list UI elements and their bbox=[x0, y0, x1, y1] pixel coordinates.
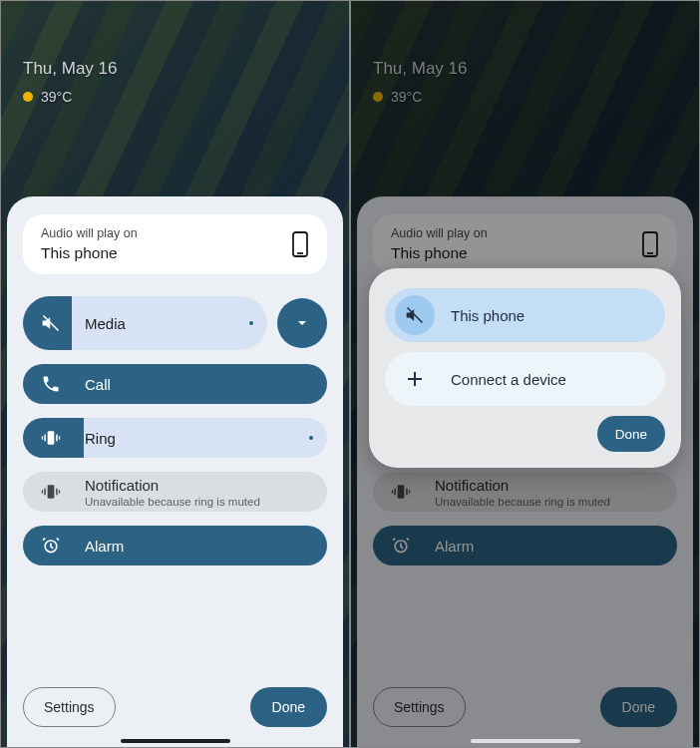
phone-icon bbox=[291, 231, 309, 257]
call-icon bbox=[31, 364, 71, 404]
call-label: Call bbox=[85, 376, 111, 393]
output-option-label: This phone bbox=[451, 307, 525, 324]
media-row: Media bbox=[23, 296, 327, 350]
vibrate-icon bbox=[31, 472, 71, 512]
done-button[interactable]: Done bbox=[250, 687, 327, 727]
settings-label: Settings bbox=[44, 699, 95, 715]
audio-output-dialog: This phone Connect a device Done bbox=[369, 268, 681, 468]
lockscreen-weather: 39°C bbox=[23, 89, 72, 105]
settings-button[interactable]: Settings bbox=[23, 687, 116, 727]
media-expand-button[interactable] bbox=[277, 298, 327, 348]
speaker-mute-icon bbox=[395, 295, 435, 335]
output-option-connect-device[interactable]: Connect a device bbox=[385, 352, 665, 406]
media-label: Media bbox=[85, 315, 126, 332]
notification-label: Notification bbox=[85, 477, 260, 494]
lockscreen-date: Thu, May 16 bbox=[23, 59, 118, 79]
done-label: Done bbox=[272, 699, 305, 715]
nav-home-indicator[interactable] bbox=[471, 739, 580, 743]
svg-rect-10 bbox=[42, 490, 43, 493]
vibrate-icon bbox=[31, 418, 71, 458]
alarm-slider[interactable]: Alarm bbox=[23, 526, 327, 565]
dialog-done-button[interactable]: Done bbox=[597, 416, 665, 452]
screenshot-right: Thu, May 16 39°C Audio will play on This… bbox=[350, 0, 700, 748]
plus-icon bbox=[395, 359, 435, 399]
notification-slider: Notification Unavailable because ring is… bbox=[23, 472, 327, 512]
output-option-label: Connect a device bbox=[451, 371, 566, 388]
dialog-done-label: Done bbox=[615, 427, 647, 442]
media-mute-icon bbox=[31, 303, 71, 343]
svg-rect-8 bbox=[48, 485, 55, 498]
alarm-label: Alarm bbox=[85, 538, 124, 555]
weather-temp: 39°C bbox=[41, 89, 72, 105]
screenshot-left: Thu, May 16 39°C Audio will play on This… bbox=[0, 0, 350, 748]
notification-sub: Unavailable because ring is muted bbox=[85, 496, 260, 508]
output-option-this-phone[interactable]: This phone bbox=[385, 288, 665, 342]
volume-list: Media Call bbox=[23, 296, 327, 565]
volume-sheet: Audio will play on This phone Media bbox=[7, 196, 343, 747]
weather-sun-icon bbox=[23, 92, 33, 102]
audio-output-value: This phone bbox=[41, 244, 138, 262]
media-slider[interactable]: Media bbox=[23, 296, 267, 350]
svg-rect-7 bbox=[59, 436, 60, 439]
svg-rect-4 bbox=[44, 435, 46, 442]
svg-rect-11 bbox=[56, 489, 57, 496]
ring-label: Ring bbox=[85, 430, 116, 447]
nav-home-indicator[interactable] bbox=[121, 739, 230, 743]
audio-output-card[interactable]: Audio will play on This phone bbox=[23, 214, 327, 274]
svg-rect-9 bbox=[44, 489, 46, 496]
audio-output-label: Audio will play on bbox=[41, 226, 138, 240]
svg-rect-6 bbox=[56, 435, 57, 442]
svg-rect-5 bbox=[42, 436, 43, 439]
ring-slider[interactable]: Ring bbox=[23, 418, 327, 458]
svg-rect-3 bbox=[48, 431, 55, 444]
svg-rect-12 bbox=[59, 490, 60, 493]
alarm-icon bbox=[31, 526, 71, 565]
sheet-footer: Settings Done bbox=[23, 687, 327, 727]
call-slider[interactable]: Call bbox=[23, 364, 327, 404]
